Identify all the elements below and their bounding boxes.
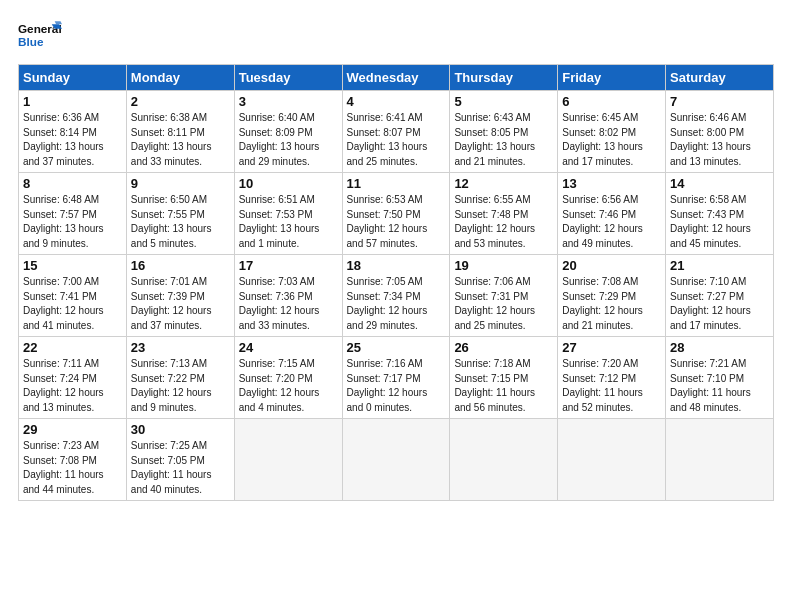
day-number: 22 xyxy=(23,340,122,355)
day-number: 30 xyxy=(131,422,230,437)
cell-info: Sunrise: 6:51 AM Sunset: 7:53 PM Dayligh… xyxy=(239,193,338,251)
col-header-thursday: Thursday xyxy=(450,65,558,91)
cell-info: Sunrise: 6:50 AM Sunset: 7:55 PM Dayligh… xyxy=(131,193,230,251)
cell-info: Sunrise: 7:00 AM Sunset: 7:41 PM Dayligh… xyxy=(23,275,122,333)
cell-info: Sunrise: 7:10 AM Sunset: 7:27 PM Dayligh… xyxy=(670,275,769,333)
calendar-cell: 26Sunrise: 7:18 AM Sunset: 7:15 PM Dayli… xyxy=(450,337,558,419)
cell-info: Sunrise: 6:46 AM Sunset: 8:00 PM Dayligh… xyxy=(670,111,769,169)
day-number: 3 xyxy=(239,94,338,109)
day-number: 29 xyxy=(23,422,122,437)
cell-info: Sunrise: 6:56 AM Sunset: 7:46 PM Dayligh… xyxy=(562,193,661,251)
day-number: 23 xyxy=(131,340,230,355)
day-number: 7 xyxy=(670,94,769,109)
cell-info: Sunrise: 7:15 AM Sunset: 7:20 PM Dayligh… xyxy=(239,357,338,415)
day-number: 26 xyxy=(454,340,553,355)
calendar-cell xyxy=(666,419,774,501)
cell-info: Sunrise: 7:25 AM Sunset: 7:05 PM Dayligh… xyxy=(131,439,230,497)
col-header-friday: Friday xyxy=(558,65,666,91)
calendar-cell xyxy=(558,419,666,501)
calendar-cell: 21Sunrise: 7:10 AM Sunset: 7:27 PM Dayli… xyxy=(666,255,774,337)
calendar-cell: 14Sunrise: 6:58 AM Sunset: 7:43 PM Dayli… xyxy=(666,173,774,255)
cell-info: Sunrise: 6:40 AM Sunset: 8:09 PM Dayligh… xyxy=(239,111,338,169)
calendar-cell: 20Sunrise: 7:08 AM Sunset: 7:29 PM Dayli… xyxy=(558,255,666,337)
week-row-3: 15Sunrise: 7:00 AM Sunset: 7:41 PM Dayli… xyxy=(19,255,774,337)
calendar-cell: 25Sunrise: 7:16 AM Sunset: 7:17 PM Dayli… xyxy=(342,337,450,419)
day-number: 5 xyxy=(454,94,553,109)
day-number: 12 xyxy=(454,176,553,191)
day-number: 2 xyxy=(131,94,230,109)
calendar-cell xyxy=(342,419,450,501)
calendar-cell: 19Sunrise: 7:06 AM Sunset: 7:31 PM Dayli… xyxy=(450,255,558,337)
week-row-4: 22Sunrise: 7:11 AM Sunset: 7:24 PM Dayli… xyxy=(19,337,774,419)
week-row-1: 1Sunrise: 6:36 AM Sunset: 8:14 PM Daylig… xyxy=(19,91,774,173)
calendar-cell: 7Sunrise: 6:46 AM Sunset: 8:00 PM Daylig… xyxy=(666,91,774,173)
calendar-table: SundayMondayTuesdayWednesdayThursdayFrid… xyxy=(18,64,774,501)
day-number: 14 xyxy=(670,176,769,191)
day-number: 17 xyxy=(239,258,338,273)
col-header-saturday: Saturday xyxy=(666,65,774,91)
calendar-cell: 10Sunrise: 6:51 AM Sunset: 7:53 PM Dayli… xyxy=(234,173,342,255)
cell-info: Sunrise: 6:48 AM Sunset: 7:57 PM Dayligh… xyxy=(23,193,122,251)
page: General Blue SundayMondayTuesdayWednesda… xyxy=(0,0,792,612)
col-header-monday: Monday xyxy=(126,65,234,91)
cell-info: Sunrise: 6:53 AM Sunset: 7:50 PM Dayligh… xyxy=(347,193,446,251)
cell-info: Sunrise: 7:23 AM Sunset: 7:08 PM Dayligh… xyxy=(23,439,122,497)
calendar-cell: 17Sunrise: 7:03 AM Sunset: 7:36 PM Dayli… xyxy=(234,255,342,337)
calendar-cell: 24Sunrise: 7:15 AM Sunset: 7:20 PM Dayli… xyxy=(234,337,342,419)
day-number: 15 xyxy=(23,258,122,273)
day-number: 11 xyxy=(347,176,446,191)
day-number: 10 xyxy=(239,176,338,191)
week-row-5: 29Sunrise: 7:23 AM Sunset: 7:08 PM Dayli… xyxy=(19,419,774,501)
cell-info: Sunrise: 7:13 AM Sunset: 7:22 PM Dayligh… xyxy=(131,357,230,415)
day-number: 4 xyxy=(347,94,446,109)
day-number: 19 xyxy=(454,258,553,273)
cell-info: Sunrise: 6:41 AM Sunset: 8:07 PM Dayligh… xyxy=(347,111,446,169)
calendar-cell: 29Sunrise: 7:23 AM Sunset: 7:08 PM Dayli… xyxy=(19,419,127,501)
calendar-cell: 27Sunrise: 7:20 AM Sunset: 7:12 PM Dayli… xyxy=(558,337,666,419)
calendar-header-row: SundayMondayTuesdayWednesdayThursdayFrid… xyxy=(19,65,774,91)
calendar-cell: 22Sunrise: 7:11 AM Sunset: 7:24 PM Dayli… xyxy=(19,337,127,419)
calendar-cell: 2Sunrise: 6:38 AM Sunset: 8:11 PM Daylig… xyxy=(126,91,234,173)
day-number: 21 xyxy=(670,258,769,273)
calendar-cell xyxy=(234,419,342,501)
cell-info: Sunrise: 6:36 AM Sunset: 8:14 PM Dayligh… xyxy=(23,111,122,169)
cell-info: Sunrise: 6:45 AM Sunset: 8:02 PM Dayligh… xyxy=(562,111,661,169)
day-number: 24 xyxy=(239,340,338,355)
calendar-cell: 8Sunrise: 6:48 AM Sunset: 7:57 PM Daylig… xyxy=(19,173,127,255)
logo: General Blue xyxy=(18,18,62,54)
calendar-cell: 16Sunrise: 7:01 AM Sunset: 7:39 PM Dayli… xyxy=(126,255,234,337)
cell-info: Sunrise: 7:16 AM Sunset: 7:17 PM Dayligh… xyxy=(347,357,446,415)
day-number: 16 xyxy=(131,258,230,273)
cell-info: Sunrise: 7:11 AM Sunset: 7:24 PM Dayligh… xyxy=(23,357,122,415)
cell-info: Sunrise: 7:05 AM Sunset: 7:34 PM Dayligh… xyxy=(347,275,446,333)
svg-text:Blue: Blue xyxy=(18,35,44,48)
cell-info: Sunrise: 7:08 AM Sunset: 7:29 PM Dayligh… xyxy=(562,275,661,333)
cell-info: Sunrise: 7:21 AM Sunset: 7:10 PM Dayligh… xyxy=(670,357,769,415)
day-number: 25 xyxy=(347,340,446,355)
calendar-cell: 23Sunrise: 7:13 AM Sunset: 7:22 PM Dayli… xyxy=(126,337,234,419)
cell-info: Sunrise: 6:58 AM Sunset: 7:43 PM Dayligh… xyxy=(670,193,769,251)
calendar-cell: 1Sunrise: 6:36 AM Sunset: 8:14 PM Daylig… xyxy=(19,91,127,173)
logo-svg: General Blue xyxy=(18,18,62,54)
calendar-cell: 28Sunrise: 7:21 AM Sunset: 7:10 PM Dayli… xyxy=(666,337,774,419)
col-header-sunday: Sunday xyxy=(19,65,127,91)
cell-info: Sunrise: 6:43 AM Sunset: 8:05 PM Dayligh… xyxy=(454,111,553,169)
calendar-body: 1Sunrise: 6:36 AM Sunset: 8:14 PM Daylig… xyxy=(19,91,774,501)
col-header-wednesday: Wednesday xyxy=(342,65,450,91)
cell-info: Sunrise: 6:38 AM Sunset: 8:11 PM Dayligh… xyxy=(131,111,230,169)
day-number: 13 xyxy=(562,176,661,191)
day-number: 8 xyxy=(23,176,122,191)
day-number: 20 xyxy=(562,258,661,273)
cell-info: Sunrise: 6:55 AM Sunset: 7:48 PM Dayligh… xyxy=(454,193,553,251)
header: General Blue xyxy=(18,18,774,54)
day-number: 28 xyxy=(670,340,769,355)
cell-info: Sunrise: 7:06 AM Sunset: 7:31 PM Dayligh… xyxy=(454,275,553,333)
calendar-cell: 5Sunrise: 6:43 AM Sunset: 8:05 PM Daylig… xyxy=(450,91,558,173)
day-number: 9 xyxy=(131,176,230,191)
calendar-cell: 18Sunrise: 7:05 AM Sunset: 7:34 PM Dayli… xyxy=(342,255,450,337)
day-number: 27 xyxy=(562,340,661,355)
cell-info: Sunrise: 7:01 AM Sunset: 7:39 PM Dayligh… xyxy=(131,275,230,333)
day-number: 1 xyxy=(23,94,122,109)
calendar-cell: 13Sunrise: 6:56 AM Sunset: 7:46 PM Dayli… xyxy=(558,173,666,255)
calendar-cell: 4Sunrise: 6:41 AM Sunset: 8:07 PM Daylig… xyxy=(342,91,450,173)
